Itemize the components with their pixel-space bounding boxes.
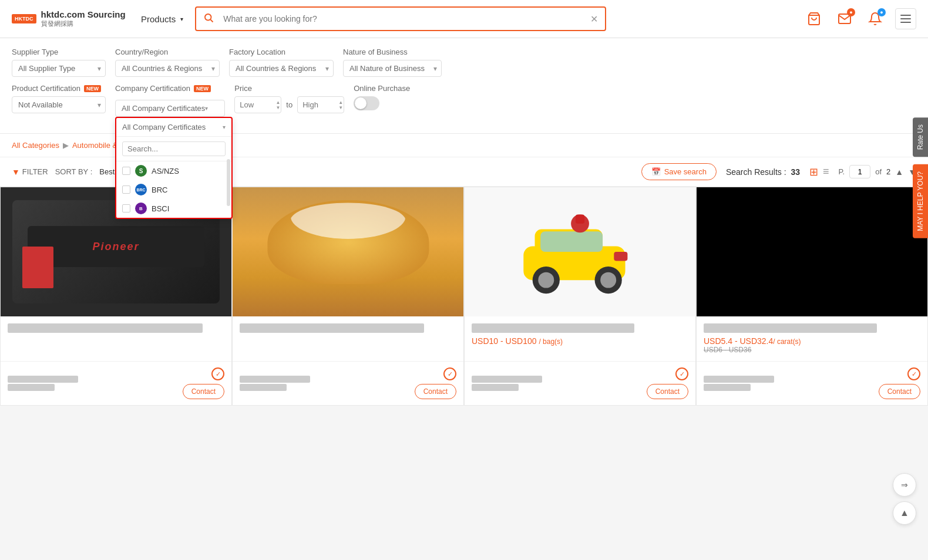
contact-button-3[interactable]: Contact — [647, 384, 688, 399]
price-high-spinner[interactable]: ▲ ▼ — [338, 100, 343, 110]
mail-button[interactable]: ● — [834, 8, 855, 29]
filter-panel: Supplier Type All Supplier Type Country/… — [0, 38, 928, 134]
cert-icon-asnzs: S — [135, 165, 147, 177]
results-number: 33 — [791, 167, 801, 177]
price-range: ▲ ▼ to ▲ ▼ — [234, 96, 344, 113]
cert-scrollbar[interactable] — [227, 159, 230, 206]
product-card-3: USD10 - USD100 / bag(s) ✓ Contact — [464, 187, 696, 406]
product-footer-1: ✓ Contact — [1, 361, 231, 405]
product-name-4 — [704, 323, 877, 333]
product-cert-new-badge: NEW — [84, 85, 101, 92]
page-prev-icon[interactable]: ▲ — [895, 167, 903, 177]
contact-button-2[interactable]: Contact — [415, 384, 456, 399]
product-cert-select[interactable]: Not Available — [12, 96, 106, 113]
price-low-spinner[interactable]: ▲ ▼ — [275, 100, 280, 110]
menu-line-3 — [900, 22, 911, 23]
cert-search-input[interactable] — [122, 141, 226, 156]
product-info-2 — [233, 316, 463, 361]
cert-popup-header: All Company Certificates ▾ — [116, 118, 231, 137]
cart-button[interactable] — [803, 8, 825, 29]
company-cert-new-badge: NEW — [194, 85, 211, 92]
company-cert-value: All Company Certificates — [122, 104, 205, 113]
cert-item-asnzs[interactable]: S AS/NZS — [116, 161, 231, 180]
company-cert-chevron-icon: ▾ — [205, 105, 208, 112]
cert-list: S AS/NZS BRC BRC B BSCI — [116, 161, 231, 218]
nav-products[interactable]: Products ▾ — [129, 14, 195, 24]
product-footer-4: ✓ Contact — [697, 361, 927, 405]
nature-of-business-select[interactable]: All Nature of Business — [343, 60, 442, 77]
filter-button[interactable]: ▼ FILTER — [12, 167, 48, 177]
product-image-3[interactable] — [465, 187, 695, 316]
price-range-4: USD5.4 - USD32.4/ carat(s) — [704, 336, 920, 346]
product-image-2[interactable] — [233, 187, 463, 316]
notification-badge: ● — [877, 8, 886, 16]
nav-chevron-icon: ▾ — [180, 16, 183, 22]
cert-popup-title: All Company Certificates — [122, 123, 206, 131]
list-view-icon[interactable]: ≡ — [823, 166, 829, 178]
filter-label: FILTER — [22, 167, 48, 176]
price-low-up-icon[interactable]: ▲ — [275, 100, 280, 104]
product-info-1 — [1, 316, 231, 361]
cert-label-bsci: BSCI — [152, 204, 169, 213]
price-high-up-icon[interactable]: ▲ — [338, 100, 343, 104]
cert-checkbox-asnzs[interactable] — [122, 167, 130, 175]
product-name-2 — [240, 323, 424, 333]
price-low-down-icon[interactable]: ▼ — [275, 105, 280, 110]
contact-button-1[interactable]: Contact — [183, 384, 224, 399]
page-input[interactable] — [849, 165, 870, 178]
price-to-label: to — [286, 100, 292, 109]
nav-products-label: Products — [141, 14, 176, 24]
help-button[interactable]: MAY I HELP YOU? — [913, 164, 928, 238]
product-price-4: USD5.4 - USD32.4/ carat(s) USD6 - USD36 — [704, 336, 920, 354]
logo-chinese: 貿發網採購 — [41, 19, 126, 28]
supplier-detail-4 — [704, 384, 751, 391]
cert-icon-bsci: B — [135, 203, 147, 214]
company-cert-trigger[interactable]: All Company Certificates ▾ — [115, 100, 225, 117]
grid-view-icon[interactable]: ⊞ — [809, 166, 818, 178]
cert-label-asnzs: AS/NZS — [152, 167, 179, 176]
product-card-1: Pioneer ✓ Contact — [0, 187, 232, 406]
cert-item-bsci[interactable]: B BSCI — [116, 199, 231, 218]
price-high-input[interactable] — [297, 96, 344, 113]
nature-of-business-group: Nature of Business All Nature of Busines… — [343, 48, 442, 77]
company-cert-popup: All Company Certificates ▾ S AS/NZS — [115, 117, 233, 219]
search-clear-icon[interactable]: ✕ — [583, 9, 605, 29]
supplier-info-4 — [704, 376, 774, 391]
factory-location-select-wrap: All Countries & Regions — [229, 60, 334, 77]
rate-us-button[interactable]: Rate Us — [913, 117, 928, 157]
factory-location-select[interactable]: All Countries & Regions — [229, 60, 334, 77]
cert-checkbox-bsci[interactable] — [122, 204, 130, 212]
contact-button-4[interactable]: Contact — [879, 384, 920, 399]
notification-button[interactable]: ● — [865, 8, 886, 29]
cert-icon-brc: BRC — [135, 184, 147, 195]
menu-line-2 — [900, 18, 911, 19]
cert-checkbox-brc[interactable] — [122, 185, 130, 194]
product-name-1 — [8, 323, 203, 333]
breadcrumb-all-categories[interactable]: All Categories — [12, 141, 59, 150]
save-search-label: Save search — [664, 167, 707, 176]
supplier-type-select[interactable]: All Supplier Type — [12, 60, 106, 77]
product-card-2: ✓ Contact — [232, 187, 464, 406]
country-region-label: Country/Region — [115, 48, 220, 56]
search-input[interactable] — [221, 9, 583, 28]
product-card-4: USD5.4 - USD32.4/ carat(s) USD6 - USD36 … — [696, 187, 928, 406]
mail-badge: ● — [847, 8, 855, 16]
price-high-down-icon[interactable]: ▼ — [338, 105, 343, 110]
svg-point-0 — [205, 14, 211, 21]
menu-button[interactable] — [895, 8, 916, 29]
product-grid: Pioneer ✓ Contact — [0, 187, 928, 406]
product-image-4[interactable] — [697, 187, 927, 316]
cert-item-brc[interactable]: BRC BRC — [116, 180, 231, 199]
save-search-button[interactable]: 📅 Save search — [641, 163, 717, 180]
country-region-select[interactable]: All Countries & Regions — [115, 60, 220, 77]
factory-location-group: Factory Location All Countries & Regions — [229, 48, 334, 77]
online-purchase-toggle[interactable] — [354, 96, 379, 110]
cert-search-area — [116, 137, 231, 161]
page-of-label: of — [875, 167, 882, 176]
factory-location-label: Factory Location — [229, 48, 334, 56]
results-right-area: 📅 Save search Search Results : 33 ⊞ ≡ P.… — [641, 163, 916, 180]
supplier-info-2 — [240, 376, 310, 391]
product-certification-group: Product Certification NEW Not Available — [12, 84, 106, 113]
product-img-placeholder-3 — [499, 207, 661, 297]
price-low-input[interactable] — [234, 96, 281, 113]
